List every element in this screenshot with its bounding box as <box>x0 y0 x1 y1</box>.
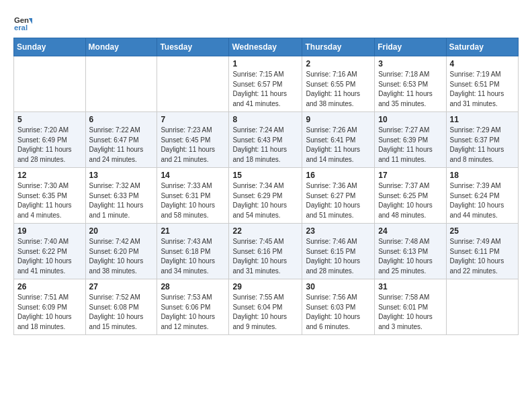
day-number: 19 <box>17 226 82 236</box>
day-number: 26 <box>17 282 82 291</box>
day-info: Sunrise: 7:45 AM Sunset: 6:16 PM Dayligh… <box>232 237 298 276</box>
calendar-cell <box>157 56 229 112</box>
calendar-cell: 1Sunrise: 7:15 AM Sunset: 6:57 PM Daylig… <box>229 56 302 112</box>
weekday-header-friday: Friday <box>375 38 446 56</box>
day-number: 31 <box>378 282 442 291</box>
calendar-cell: 16Sunrise: 7:36 AM Sunset: 6:27 PM Dayli… <box>302 168 375 224</box>
calendar-cell <box>85 56 157 112</box>
weekday-header-sunday: Sunday <box>14 38 86 56</box>
day-info: Sunrise: 7:29 AM Sunset: 6:37 PM Dayligh… <box>450 126 515 165</box>
calendar-cell: 30Sunrise: 7:56 AM Sunset: 6:03 PM Dayli… <box>302 279 375 335</box>
day-number: 2 <box>306 59 371 68</box>
calendar-page: Gen eral SundayMondayTuesdayWednesdayThu… <box>0 0 532 411</box>
calendar-cell: 17Sunrise: 7:37 AM Sunset: 6:25 PM Dayli… <box>375 168 446 224</box>
day-info: Sunrise: 7:56 AM Sunset: 6:03 PM Dayligh… <box>306 293 371 332</box>
day-info: Sunrise: 7:30 AM Sunset: 6:35 PM Dayligh… <box>17 181 82 220</box>
day-info: Sunrise: 7:18 AM Sunset: 6:53 PM Dayligh… <box>378 70 442 109</box>
weekday-header-monday: Monday <box>85 38 157 56</box>
day-info: Sunrise: 7:39 AM Sunset: 6:24 PM Dayligh… <box>450 181 515 220</box>
calendar-cell: 5Sunrise: 7:20 AM Sunset: 6:49 PM Daylig… <box>14 112 86 168</box>
day-info: Sunrise: 7:55 AM Sunset: 6:04 PM Dayligh… <box>232 293 298 332</box>
day-number: 22 <box>232 226 298 236</box>
day-number: 4 <box>450 59 515 68</box>
day-number: 21 <box>161 226 225 236</box>
calendar-cell: 6Sunrise: 7:22 AM Sunset: 6:47 PM Daylig… <box>85 112 157 168</box>
day-info: Sunrise: 7:37 AM Sunset: 6:25 PM Dayligh… <box>378 181 442 220</box>
weekday-header-thursday: Thursday <box>302 38 375 56</box>
day-info: Sunrise: 7:24 AM Sunset: 6:43 PM Dayligh… <box>232 126 298 165</box>
day-info: Sunrise: 7:22 AM Sunset: 6:47 PM Dayligh… <box>89 126 154 165</box>
day-number: 24 <box>378 226 442 236</box>
day-info: Sunrise: 7:19 AM Sunset: 6:51 PM Dayligh… <box>450 70 515 109</box>
day-number: 10 <box>378 115 442 124</box>
calendar-cell: 31Sunrise: 7:58 AM Sunset: 6:01 PM Dayli… <box>375 279 446 335</box>
day-info: Sunrise: 7:58 AM Sunset: 6:01 PM Dayligh… <box>378 293 442 332</box>
weekday-header-wednesday: Wednesday <box>229 38 302 56</box>
logo-icon: Gen eral <box>13 13 32 32</box>
day-info: Sunrise: 7:20 AM Sunset: 6:49 PM Dayligh… <box>17 126 82 165</box>
calendar-cell: 12Sunrise: 7:30 AM Sunset: 6:35 PM Dayli… <box>14 168 86 224</box>
calendar-cell: 27Sunrise: 7:52 AM Sunset: 6:08 PM Dayli… <box>85 279 157 335</box>
week-row-3: 12Sunrise: 7:30 AM Sunset: 6:35 PM Dayli… <box>14 168 519 224</box>
calendar-cell: 13Sunrise: 7:32 AM Sunset: 6:33 PM Dayli… <box>85 168 157 224</box>
day-number: 20 <box>89 226 154 236</box>
day-number: 30 <box>306 282 371 291</box>
day-number: 14 <box>161 171 225 180</box>
logo: Gen eral <box>13 13 34 32</box>
week-row-5: 26Sunrise: 7:51 AM Sunset: 6:09 PM Dayli… <box>14 279 519 335</box>
calendar-cell: 26Sunrise: 7:51 AM Sunset: 6:09 PM Dayli… <box>14 279 86 335</box>
day-info: Sunrise: 7:43 AM Sunset: 6:18 PM Dayligh… <box>161 237 225 276</box>
calendar-cell: 22Sunrise: 7:45 AM Sunset: 6:16 PM Dayli… <box>229 224 302 279</box>
day-number: 12 <box>17 171 82 180</box>
day-number: 1 <box>232 59 298 68</box>
calendar-cell: 24Sunrise: 7:48 AM Sunset: 6:13 PM Dayli… <box>375 224 446 279</box>
weekday-header-tuesday: Tuesday <box>157 38 229 56</box>
day-number: 9 <box>306 115 371 124</box>
day-number: 5 <box>17 115 82 124</box>
day-info: Sunrise: 7:46 AM Sunset: 6:15 PM Dayligh… <box>306 237 371 276</box>
day-number: 29 <box>232 282 298 291</box>
weekday-header-saturday: Saturday <box>446 38 518 56</box>
day-info: Sunrise: 7:23 AM Sunset: 6:45 PM Dayligh… <box>161 126 225 165</box>
svg-text:eral: eral <box>14 24 28 32</box>
calendar-cell: 4Sunrise: 7:19 AM Sunset: 6:51 PM Daylig… <box>446 56 518 112</box>
calendar-cell: 2Sunrise: 7:16 AM Sunset: 6:55 PM Daylig… <box>302 56 375 112</box>
day-number: 25 <box>450 226 515 236</box>
day-info: Sunrise: 7:48 AM Sunset: 6:13 PM Dayligh… <box>378 237 442 276</box>
day-info: Sunrise: 7:49 AM Sunset: 6:11 PM Dayligh… <box>450 237 515 276</box>
calendar-cell: 9Sunrise: 7:26 AM Sunset: 6:41 PM Daylig… <box>302 112 375 168</box>
day-number: 18 <box>450 171 515 180</box>
day-info: Sunrise: 7:33 AM Sunset: 6:31 PM Dayligh… <box>161 181 225 220</box>
day-info: Sunrise: 7:32 AM Sunset: 6:33 PM Dayligh… <box>89 181 154 220</box>
calendar-cell: 20Sunrise: 7:42 AM Sunset: 6:20 PM Dayli… <box>85 224 157 279</box>
day-info: Sunrise: 7:51 AM Sunset: 6:09 PM Dayligh… <box>17 293 82 332</box>
svg-marker-2 <box>29 18 32 24</box>
calendar-cell: 28Sunrise: 7:53 AM Sunset: 6:06 PM Dayli… <box>157 279 229 335</box>
calendar-cell: 19Sunrise: 7:40 AM Sunset: 6:22 PM Dayli… <box>14 224 86 279</box>
day-info: Sunrise: 7:27 AM Sunset: 6:39 PM Dayligh… <box>378 126 442 165</box>
calendar-cell: 29Sunrise: 7:55 AM Sunset: 6:04 PM Dayli… <box>229 279 302 335</box>
calendar-cell: 7Sunrise: 7:23 AM Sunset: 6:45 PM Daylig… <box>157 112 229 168</box>
day-info: Sunrise: 7:15 AM Sunset: 6:57 PM Dayligh… <box>232 70 298 109</box>
day-info: Sunrise: 7:26 AM Sunset: 6:41 PM Dayligh… <box>306 126 371 165</box>
day-number: 8 <box>232 115 298 124</box>
week-row-1: 1Sunrise: 7:15 AM Sunset: 6:57 PM Daylig… <box>14 56 519 112</box>
day-number: 15 <box>232 171 298 180</box>
calendar-cell: 8Sunrise: 7:24 AM Sunset: 6:43 PM Daylig… <box>229 112 302 168</box>
day-number: 3 <box>378 59 442 68</box>
day-info: Sunrise: 7:34 AM Sunset: 6:29 PM Dayligh… <box>232 181 298 220</box>
header: Gen eral <box>13 11 519 32</box>
day-number: 27 <box>89 282 154 291</box>
day-number: 23 <box>306 226 371 236</box>
calendar-cell: 18Sunrise: 7:39 AM Sunset: 6:24 PM Dayli… <box>446 168 518 224</box>
calendar-cell: 10Sunrise: 7:27 AM Sunset: 6:39 PM Dayli… <box>375 112 446 168</box>
day-number: 16 <box>306 171 371 180</box>
day-number: 6 <box>89 115 154 124</box>
week-row-4: 19Sunrise: 7:40 AM Sunset: 6:22 PM Dayli… <box>14 224 519 279</box>
day-info: Sunrise: 7:53 AM Sunset: 6:06 PM Dayligh… <box>161 293 225 332</box>
day-info: Sunrise: 7:52 AM Sunset: 6:08 PM Dayligh… <box>89 293 154 332</box>
day-number: 13 <box>89 171 154 180</box>
day-info: Sunrise: 7:36 AM Sunset: 6:27 PM Dayligh… <box>306 181 371 220</box>
calendar-cell: 15Sunrise: 7:34 AM Sunset: 6:29 PM Dayli… <box>229 168 302 224</box>
calendar-cell <box>14 56 86 112</box>
